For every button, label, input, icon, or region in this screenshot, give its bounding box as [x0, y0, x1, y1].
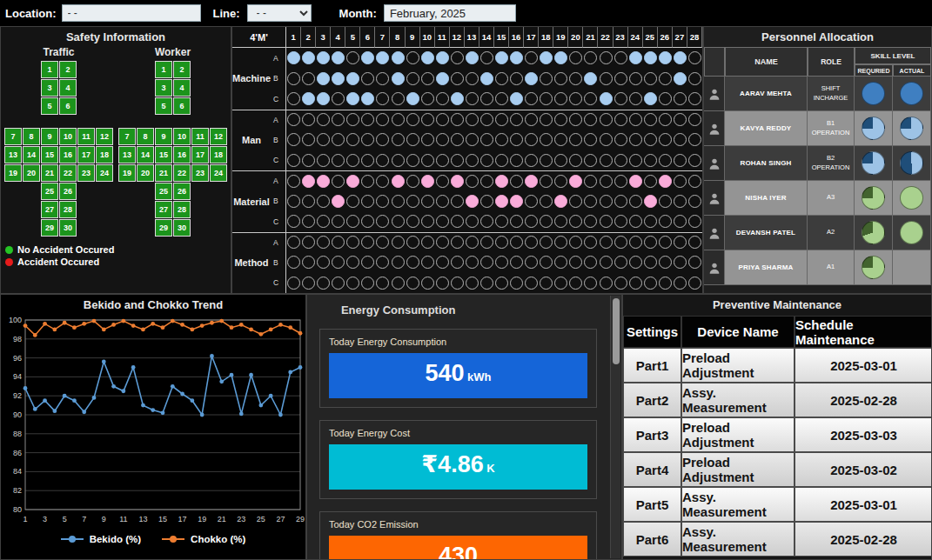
fourm-row-letter: C: [271, 273, 286, 294]
svg-text:82: 82: [13, 486, 22, 495]
maintenance-header-row: SettingsDevice NameSchedule Maintenance: [623, 316, 931, 348]
fourm-empty-circle: [346, 154, 359, 167]
safety-day-cell: 25: [41, 183, 58, 200]
safety-day-cell: 6: [59, 97, 77, 115]
fourm-cell: [494, 150, 509, 171]
fourm-empty-circle: [659, 215, 672, 228]
fourm-cell: [331, 191, 345, 212]
fourm-empty-circle: [421, 195, 434, 208]
fourm-empty-circle: [332, 277, 345, 290]
fourm-cell: [316, 252, 331, 273]
location-input[interactable]: [62, 4, 201, 22]
fourm-cell: [494, 232, 509, 253]
fourm-day-header: 22: [598, 27, 613, 48]
fourm-cell: [598, 110, 613, 130]
fourm-panel: 4'M'123456789101112131415161718192021222…: [231, 26, 703, 294]
fourm-empty-circle: [495, 133, 508, 146]
energy-value: 540: [425, 362, 464, 385]
safety-day-cell: 18: [210, 146, 227, 163]
fourm-cell: [360, 273, 375, 294]
svg-text:7: 7: [82, 515, 86, 523]
person-icon: [707, 121, 721, 137]
legend-label: Bekido (%): [90, 534, 141, 544]
fourm-day-header: 24: [628, 27, 643, 48]
fourm-empty-circle: [332, 113, 345, 126]
energy-card-label: Today Energy Cost: [329, 428, 587, 438]
maintenance-row: Part2Assy. Measurement2025-02-28: [623, 383, 931, 417]
fourm-cell: [509, 232, 524, 253]
fourm-empty-circle: [421, 236, 434, 249]
fourm-cell: [598, 232, 613, 253]
fourm-empty-circle: [688, 215, 701, 228]
fourm-empty-circle: [332, 256, 345, 269]
energy-panel: Energy Consumption Today Energy Consumpt…: [306, 294, 622, 560]
fourm-empty-circle: [317, 113, 330, 126]
fourm-cell: [628, 48, 643, 69]
actual-skill-pie: [900, 186, 923, 210]
safety-day-cell: 14: [137, 146, 154, 163]
fourm-cell: [390, 48, 405, 69]
fourm-cell: [390, 273, 405, 294]
fourm-day-header: 6: [360, 27, 375, 48]
personnel-role: B2 OPERATION: [808, 146, 855, 181]
fourm-cell: [345, 89, 360, 110]
fourm-cell: [568, 252, 583, 273]
fourm-cell: [524, 252, 539, 273]
fourm-cell: [628, 273, 643, 294]
personnel-panel: Personnel Allocation NAME ROLE SKILL LEV…: [703, 26, 932, 294]
scrollbar-thumb[interactable]: [613, 298, 620, 364]
fourm-dot: [421, 51, 434, 64]
fourm-empty-circle: [361, 113, 374, 126]
fourm-cell: [553, 191, 568, 212]
legend-item: Accident Occured: [5, 256, 226, 268]
safety-day-cell: 21: [155, 164, 172, 182]
line-select[interactable]: - -: [247, 4, 312, 22]
fourm-cell: [583, 110, 598, 130]
fourm-empty-circle: [466, 92, 479, 105]
svg-text:92: 92: [13, 391, 22, 400]
worker-label: Worker: [118, 46, 227, 58]
energy-card: Today Energy Consumption540 kWh: [319, 329, 597, 408]
personnel-row: DEVANSH PATELA2: [704, 216, 931, 250]
fourm-empty-circle: [302, 72, 315, 85]
fourm-empty-circle: [376, 195, 389, 208]
fourm-cell: [375, 69, 390, 90]
fourm-empty-circle: [361, 154, 374, 167]
safety-day-cell: 4: [59, 79, 77, 97]
fourm-empty-circle: [466, 154, 479, 167]
maintenance-cell: 2025-03-01: [795, 487, 932, 522]
maintenance-cell: Preload Adjustment: [681, 452, 795, 487]
fourm-cell: [375, 191, 390, 212]
skill-pie-cell: [893, 250, 931, 285]
safety-day-cell: 11: [191, 128, 209, 145]
fourm-group-label: Material: [232, 170, 271, 232]
maintenance-cell: 2025-03-01: [795, 348, 932, 383]
fourm-cell: [583, 211, 598, 232]
fourm-empty-circle: [346, 195, 359, 208]
fourm-cell: [465, 48, 479, 69]
safety-day-cell: 29: [155, 219, 172, 237]
fourm-cell: [568, 232, 583, 253]
month-input[interactable]: [384, 4, 516, 22]
fourm-cell: [345, 130, 360, 150]
fourm-cell: [450, 69, 465, 90]
fourm-cell: [494, 211, 509, 232]
fourm-cell: [583, 273, 598, 294]
fourm-empty-circle: [495, 72, 508, 85]
fourm-cell: [360, 252, 375, 273]
fourm-empty-circle: [361, 175, 374, 188]
fourm-cell: [435, 110, 450, 130]
required-column-header: REQURIED: [855, 64, 893, 77]
svg-text:98: 98: [13, 335, 22, 343]
fourm-cell: [598, 273, 613, 294]
fourm-cell: [375, 130, 390, 150]
fourm-empty-circle: [644, 236, 657, 249]
fourm-cell: [316, 150, 331, 171]
personnel-name: PRIYA SHARMA: [725, 250, 808, 285]
fourm-cell: [420, 130, 435, 150]
fourm-cell: [301, 48, 316, 69]
fourm-cell: [509, 48, 524, 69]
fourm-empty-circle: [480, 195, 493, 208]
traffic-label: Traffic: [4, 46, 113, 58]
energy-scrollbar[interactable]: [610, 296, 620, 558]
